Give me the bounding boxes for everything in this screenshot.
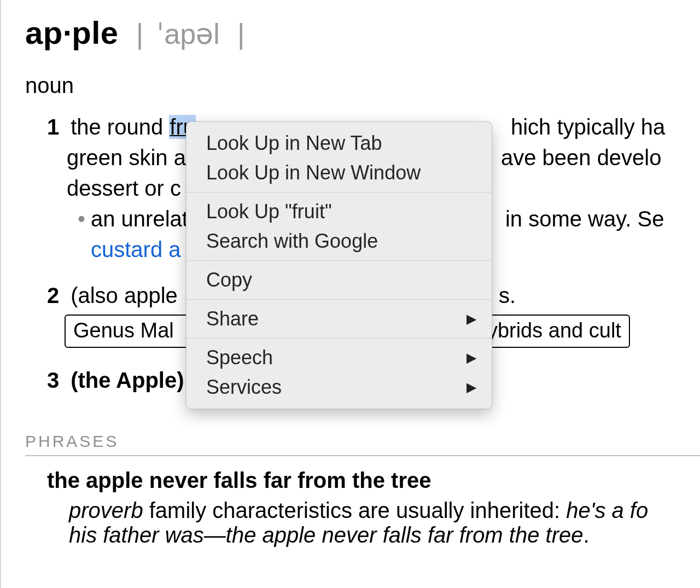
ctx-share[interactable]: Share ▶ bbox=[186, 304, 492, 334]
phrase-body-b: he's a fo bbox=[566, 498, 648, 522]
def2-text-a: (also apple bbox=[71, 283, 184, 307]
phrase-1-body-line2: his father was—the apple never falls far… bbox=[69, 523, 700, 548]
genus-b: hybrids and cult bbox=[476, 319, 621, 342]
def1-line2b: ave been develo bbox=[501, 145, 662, 170]
ctx-separator bbox=[186, 192, 492, 193]
ctx-speech[interactable]: Speech ▶ bbox=[186, 343, 492, 372]
ctx-separator bbox=[186, 299, 492, 300]
ctx-lookup-word[interactable]: Look Up "fruit" bbox=[186, 197, 492, 226]
ctx-search-google[interactable]: Search with Google bbox=[186, 226, 492, 256]
phrase-label: proverb bbox=[69, 498, 143, 522]
ctx-label: Services bbox=[206, 376, 282, 399]
ctx-separator bbox=[186, 260, 492, 261]
ctx-group-3: Copy bbox=[186, 263, 492, 297]
ctx-label: Look Up "fruit" bbox=[206, 200, 332, 223]
phrase-body-a: family characteristics are usually inher… bbox=[143, 498, 567, 522]
ctx-group-5: Speech ▶ Services ▶ bbox=[186, 341, 492, 404]
ctx-label: Look Up in New Tab bbox=[206, 132, 382, 155]
custard-apple-link[interactable]: custard a bbox=[91, 237, 181, 261]
pron-bar-left: | bbox=[136, 18, 144, 50]
phrase-period: . bbox=[583, 523, 589, 547]
phrase-1-title: the apple never falls far from the tree bbox=[47, 468, 700, 493]
context-menu: Look Up in New Tab Look Up in New Window… bbox=[186, 121, 492, 409]
ctx-label: Look Up in New Window bbox=[206, 161, 421, 184]
ctx-label: Speech bbox=[206, 346, 273, 369]
def-num-3: 3 bbox=[47, 366, 65, 394]
phrase-1-body: proverb family characteristics are usual… bbox=[69, 498, 700, 523]
ctx-label: Copy bbox=[206, 269, 252, 292]
ctx-copy[interactable]: Copy bbox=[186, 265, 492, 295]
def1-text-a: the round bbox=[71, 115, 169, 139]
submenu-arrow-icon: ▶ bbox=[466, 311, 476, 327]
ctx-separator bbox=[186, 338, 492, 339]
genus-a: Genus Mal bbox=[73, 319, 174, 342]
def3-sense: (the Apple) bbox=[71, 368, 184, 392]
ctx-label: Search with Google bbox=[206, 230, 378, 253]
headword-line: ap·ple | ˈapəl | bbox=[25, 15, 700, 50]
bullet-icon: • bbox=[78, 207, 85, 231]
submenu-arrow-icon: ▶ bbox=[466, 380, 476, 395]
def1-sub-a: an unrelat bbox=[91, 207, 188, 231]
headword: ap·ple bbox=[25, 15, 119, 50]
dictionary-entry-page: ap·ple | ˈapəl | noun 1 the round fruhic… bbox=[0, 0, 700, 588]
def1-sub-b: in some way. Se bbox=[505, 207, 664, 231]
def1-line3: dessert or c bbox=[67, 176, 181, 200]
submenu-arrow-icon: ▶ bbox=[466, 350, 476, 365]
part-of-speech: noun bbox=[25, 73, 700, 98]
pronunciation: ˈapəl bbox=[156, 18, 219, 50]
ctx-group-1: Look Up in New Tab Look Up in New Window bbox=[186, 126, 492, 190]
pron-bar-right: | bbox=[237, 18, 245, 50]
def1-line2a: green skin a bbox=[67, 145, 186, 170]
ctx-services[interactable]: Services ▶ bbox=[186, 372, 492, 402]
def1-text-c: hich typically ha bbox=[511, 115, 665, 139]
def2-text-b: s. bbox=[499, 283, 516, 307]
ctx-lookup-new-window[interactable]: Look Up in New Window bbox=[186, 158, 492, 188]
ctx-label: Share bbox=[206, 307, 259, 330]
ctx-group-4: Share ▶ bbox=[186, 302, 492, 336]
def-num-2: 2 bbox=[47, 282, 65, 309]
ctx-lookup-new-tab[interactable]: Look Up in New Tab bbox=[186, 129, 492, 158]
ctx-group-2: Look Up "fruit" Search with Google bbox=[186, 195, 492, 258]
def-num-1: 1 bbox=[47, 113, 65, 141]
phrases-header: PHRASES bbox=[25, 432, 700, 456]
phrase-body-c: his father was—the apple never falls far… bbox=[69, 523, 583, 547]
